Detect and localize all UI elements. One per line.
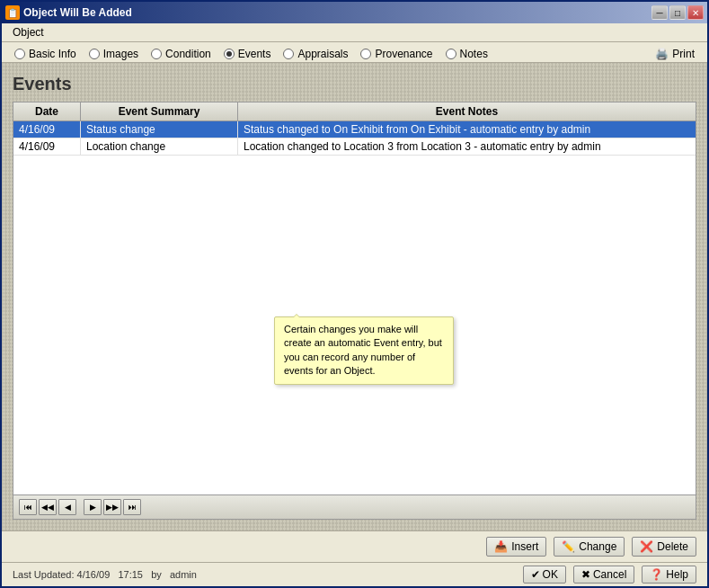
- tab-images-label: Images: [103, 48, 138, 60]
- close-button[interactable]: ✕: [687, 5, 704, 20]
- tab-basic-info-radio: [14, 49, 25, 59]
- col-summary: Event Summary: [81, 102, 238, 120]
- window-title: Object Will Be Added: [23, 6, 132, 19]
- status-info: Last Updated: 4/16/09 17:15 by admin: [13, 569, 197, 580]
- section-title: Events: [13, 74, 696, 94]
- menu-object[interactable]: Object: [9, 25, 48, 40]
- title-bar-left: 📋 Object Will Be Added: [5, 5, 132, 20]
- cancel-icon: ✖: [581, 568, 590, 581]
- status-date: 4/16/09: [77, 569, 111, 580]
- cancel-label: Cancel: [593, 568, 626, 581]
- by-label: by: [151, 569, 162, 580]
- help-button[interactable]: ❓ Help: [642, 566, 696, 584]
- tab-events[interactable]: Events: [218, 46, 277, 62]
- tab-bar: Basic Info Images Condition Events Appra…: [2, 42, 707, 63]
- maximize-button[interactable]: □: [669, 5, 686, 20]
- tab-provenance-label: Provenance: [375, 48, 432, 60]
- status-user: admin: [170, 569, 197, 580]
- nav-last-button[interactable]: ⏭: [123, 499, 141, 515]
- ok-icon: ✔: [531, 568, 540, 581]
- change-label: Change: [579, 540, 616, 553]
- nav-bar: ⏮ ◀◀ ◀ ▶ ▶▶ ⏭: [13, 494, 696, 519]
- tab-appraisals[interactable]: Appraisals: [278, 46, 353, 62]
- col-notes: Event Notes: [238, 102, 696, 120]
- tab-appraisals-radio: [283, 49, 294, 59]
- row1-notes: Status changed to On Exhibit from On Exh…: [238, 121, 696, 138]
- delete-label: Delete: [657, 540, 688, 553]
- status-time: 17:15: [118, 569, 143, 580]
- insert-label: Insert: [511, 540, 538, 553]
- tab-images[interactable]: Images: [84, 46, 144, 62]
- title-bar: 📋 Object Will Be Added ─ □ ✕: [2, 2, 707, 23]
- main-content: Events Date Event Summary Event Notes 4/…: [2, 63, 707, 530]
- help-icon: ❓: [650, 568, 663, 581]
- table-row[interactable]: 4/16/09 Location change Location changed…: [13, 138, 696, 156]
- tab-condition-radio: [151, 49, 162, 59]
- insert-icon: 📥: [494, 540, 508, 553]
- tab-events-label: Events: [238, 48, 271, 60]
- tab-notes-radio: [446, 49, 456, 59]
- minimize-button[interactable]: ─: [651, 5, 668, 20]
- col-date: Date: [13, 102, 81, 120]
- row2-date: 4/16/09: [13, 138, 81, 155]
- row2-summary: Location change: [81, 138, 238, 155]
- last-updated-label: Last Updated:: [13, 569, 75, 580]
- tab-appraisals-label: Appraisals: [297, 48, 348, 60]
- main-window: 📋 Object Will Be Added ─ □ ✕ Object Basi…: [0, 0, 709, 588]
- tab-images-radio: [89, 49, 100, 59]
- print-button[interactable]: 🖨️ Print: [650, 46, 700, 62]
- tab-condition[interactable]: Condition: [146, 46, 217, 62]
- table-row[interactable]: 4/16/09 Status change Status changed to …: [13, 121, 696, 138]
- help-label: Help: [666, 568, 688, 581]
- nav-next-fast-button[interactable]: ▶▶: [103, 499, 121, 515]
- nav-prev-fast-button[interactable]: ◀◀: [39, 499, 57, 515]
- tab-notes-label: Notes: [460, 48, 488, 60]
- change-button[interactable]: ✏️ Change: [554, 537, 625, 557]
- table-body: 4/16/09 Status change Status changed to …: [13, 121, 696, 494]
- delete-button[interactable]: ❌ Delete: [632, 537, 696, 557]
- nav-next-button[interactable]: ▶: [84, 499, 102, 515]
- row1-summary: Status change: [81, 121, 238, 138]
- tab-provenance-radio: [360, 49, 371, 59]
- ok-label: OK: [543, 568, 558, 581]
- events-table: Date Event Summary Event Notes 4/16/09 S…: [13, 102, 696, 520]
- ok-button[interactable]: ✔ OK: [523, 566, 566, 584]
- tooltip: Certain changes you make will create an …: [274, 316, 454, 385]
- print-label: Print: [672, 48, 695, 60]
- menu-bar: Object: [2, 23, 707, 42]
- print-icon: 🖨️: [655, 48, 669, 60]
- tab-condition-label: Condition: [165, 48, 211, 60]
- status-bar: Last Updated: 4/16/09 17:15 by admin ✔ O…: [2, 562, 707, 586]
- row2-notes: Location changed to Location 3 from Loca…: [238, 138, 696, 155]
- row1-date: 4/16/09: [13, 121, 81, 138]
- tab-events-radio: [224, 49, 235, 59]
- nav-first-button[interactable]: ⏮: [19, 499, 37, 515]
- delete-icon: ❌: [640, 540, 653, 553]
- nav-prev-button[interactable]: ◀: [58, 499, 76, 515]
- tab-basic-info[interactable]: Basic Info: [9, 46, 82, 62]
- table-header: Date Event Summary Event Notes: [13, 102, 696, 121]
- change-icon: ✏️: [562, 540, 575, 553]
- tab-notes[interactable]: Notes: [440, 46, 493, 62]
- window-icon: 📋: [5, 5, 20, 20]
- insert-button[interactable]: 📥 Insert: [486, 537, 546, 557]
- bottom-buttons: 📥 Insert ✏️ Change ❌ Delete: [2, 530, 707, 562]
- tab-basic-info-label: Basic Info: [29, 48, 76, 60]
- tab-provenance[interactable]: Provenance: [355, 46, 438, 62]
- title-controls: ─ □ ✕: [651, 5, 704, 20]
- cancel-button[interactable]: ✖ Cancel: [573, 566, 634, 584]
- dialog-buttons: ✔ OK ✖ Cancel ❓ Help: [523, 566, 696, 584]
- tooltip-text: Certain changes you make will create an …: [284, 324, 442, 376]
